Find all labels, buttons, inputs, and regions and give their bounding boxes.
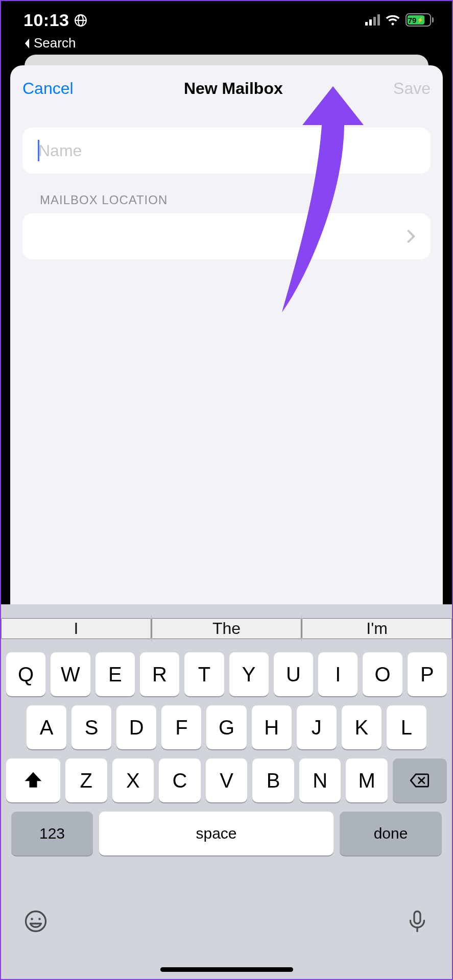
key-n[interactable]: N [299, 758, 341, 802]
key-b[interactable]: B [252, 758, 294, 802]
key-d[interactable]: D [116, 705, 156, 749]
key-x[interactable]: X [112, 758, 154, 802]
key-q[interactable]: Q [6, 652, 45, 696]
svg-rect-5 [414, 912, 420, 924]
key-v[interactable]: V [206, 758, 248, 802]
mailbox-location-header: MAILBOX LOCATION [40, 193, 431, 207]
shift-key[interactable] [6, 758, 60, 802]
predictive-suggestion-1[interactable]: The [152, 618, 302, 639]
key-e[interactable]: E [96, 652, 135, 696]
key-s[interactable]: S [71, 705, 111, 749]
svg-point-3 [31, 918, 33, 920]
key-t[interactable]: T [184, 652, 224, 696]
predictive-row: I The I'm [1, 604, 452, 652]
chevron-right-icon [407, 229, 415, 243]
key-c[interactable]: C [159, 758, 201, 802]
status-time: 10:13 [23, 10, 69, 30]
cellular-signal-icon [365, 14, 380, 26]
svg-point-4 [38, 918, 41, 920]
mailbox-name-input[interactable] [38, 141, 415, 160]
key-f[interactable]: F [161, 705, 201, 749]
breadcrumb-back[interactable]: Search [23, 35, 87, 51]
dictation-key[interactable] [405, 909, 430, 934]
key-w[interactable]: W [51, 652, 90, 696]
key-y[interactable]: Y [229, 652, 269, 696]
sheet-nav-bar: Cancel New Mailbox Save [10, 65, 443, 111]
predictive-suggestion-2[interactable]: I'm [302, 618, 452, 639]
key-z[interactable]: Z [65, 758, 107, 802]
breadcrumb-back-label: Search [34, 35, 76, 51]
key-j[interactable]: J [297, 705, 337, 749]
predictive-suggestion-0[interactable]: I [1, 618, 151, 639]
emoji-key[interactable] [23, 909, 48, 934]
name-input-cell[interactable] [22, 128, 431, 174]
key-i[interactable]: I [318, 652, 357, 696]
key-k[interactable]: K [342, 705, 382, 749]
numbers-key[interactable]: 123 [11, 812, 93, 855]
svg-point-2 [26, 912, 46, 932]
backspace-key[interactable] [393, 758, 447, 802]
battery-percentage: 79 [408, 16, 417, 24]
key-p[interactable]: P [408, 652, 447, 696]
wifi-icon [385, 14, 400, 26]
key-h[interactable]: H [252, 705, 292, 749]
key-u[interactable]: U [274, 652, 313, 696]
save-button[interactable]: Save [393, 79, 431, 98]
keyboard: I The I'm Q W E R T Y U I O P A S D F G … [1, 604, 452, 979]
sheet-title: New Mailbox [184, 79, 283, 98]
cancel-button[interactable]: Cancel [22, 79, 74, 98]
home-indicator[interactable] [160, 967, 293, 972]
key-l[interactable]: L [387, 705, 426, 749]
space-key[interactable]: space [99, 812, 333, 855]
key-r[interactable]: R [140, 652, 179, 696]
key-m[interactable]: M [346, 758, 388, 802]
globe-icon [74, 14, 87, 27]
done-key[interactable]: done [340, 812, 442, 855]
mailbox-location-cell[interactable] [22, 213, 431, 259]
battery-indicator: 79⚡ [406, 13, 434, 27]
key-o[interactable]: O [363, 652, 402, 696]
new-mailbox-sheet: Cancel New Mailbox Save MAILBOX LOCATION [10, 65, 443, 604]
status-bar: 10:13 Search [1, 1, 452, 60]
key-g[interactable]: G [206, 705, 246, 749]
key-a[interactable]: A [27, 705, 66, 749]
